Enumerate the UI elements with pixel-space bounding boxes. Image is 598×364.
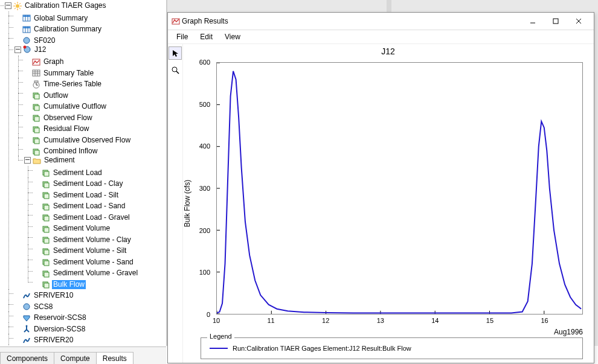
tree-item[interactable]: Calibration Summary [14,25,103,34]
tree-item-label: SFRIVER20 [33,336,74,345]
tree-item[interactable]: SFRIVER10 [14,291,74,300]
y-tick-label: 200 [199,227,210,234]
tree-item-label: J12 [33,45,47,54]
tree-item-label: Sediment Load - Gravel [52,213,131,222]
tree-item[interactable]: Sediment [24,156,76,165]
tree-item-label: Global Summary [33,14,89,23]
tree-item[interactable]: Sediment Load - Silt [34,191,120,200]
tree-item-label: Diversion-SCS8 [33,325,86,334]
stack-icon [42,180,50,188]
plot-area[interactable] [216,62,583,315]
tree-item[interactable]: Sediment Volume - Clay [34,235,132,244]
svg-rect-39 [34,139,39,144]
tree-item[interactable]: Cumulative Observed Flow [24,136,132,145]
tab-components[interactable]: Components [0,352,54,364]
tree-item[interactable]: Diversion-SCS8 [14,325,86,334]
junction-icon [22,302,31,311]
reservoir-icon [22,314,31,322]
graph-icon [32,58,40,66]
tree-item[interactable]: SF020 [14,36,56,45]
stack-icon [32,113,40,122]
svg-point-65 [26,325,28,327]
tree-item-label: Residual Flow [42,124,90,133]
tree-item[interactable]: Global Summary [14,14,89,23]
window-titlebar[interactable]: Graph Results [168,13,594,30]
y-ticks: 0100200300400500600 [182,62,214,315]
close-button[interactable] [567,14,590,28]
svg-rect-43 [44,171,49,176]
svg-rect-35 [34,117,39,121]
stack-icon [32,91,40,100]
tree-item-label: Sediment Volume - Gravel [52,269,139,278]
tree-item[interactable]: SCS8 [14,302,54,311]
maximize-button[interactable] [544,14,567,28]
x-axis-label: Aug1996 [554,328,583,336]
tree-item[interactable]: Time-Series Table [24,80,103,89]
tree-item[interactable]: Sediment Load [34,168,103,177]
tree-item[interactable]: Sediment Volume - Sand [34,258,135,267]
stack-icon [42,258,50,266]
svg-rect-29 [34,81,38,83]
menu-edit[interactable]: Edit [195,31,217,42]
tree-item[interactable]: Summary Table [24,69,95,78]
tree-item[interactable]: Sediment Load - Sand [34,202,126,211]
stack-icon [42,168,50,177]
tree-item[interactable]: Observed Flow [24,113,94,123]
grid-icon [32,69,40,77]
tree-item[interactable]: Sediment Volume - Silt [34,246,127,255]
x-tick-label: 13 [377,317,384,324]
stack-icon [42,202,50,211]
svg-rect-53 [44,228,49,232]
menu-file[interactable]: File [172,31,193,42]
tree-item[interactable]: SFRIVER20 [14,336,74,345]
tree-item-label: Cumulative Outflow [42,102,108,111]
tree-item-label: Observed Flow [42,113,94,123]
tree-item[interactable]: Sediment Volume - Gravel [34,269,139,278]
tab-strip: Components Compute Results [0,346,166,364]
plot-title: J12 [182,44,594,56]
tree-item[interactable]: Sediment Load - Gravel [34,213,131,222]
minimize-button[interactable] [521,14,544,28]
menu-view[interactable]: View [220,31,245,42]
y-tick-label: 0 [207,311,210,318]
tree-toggle-icon[interactable] [14,46,21,53]
legend-box: Legend Run:Calibration TIAER Gages Eleme… [201,337,583,359]
tree-item[interactable]: Graph [24,57,65,66]
tree-item[interactable]: Bulk Flow [34,280,86,289]
results-tree[interactable]: Calibration TIAER GagesGlobal SummaryCal… [0,0,166,346]
tree-item-label: Bulk Flow [52,280,86,289]
window-title: Graph Results [182,17,521,25]
x-tick-label: 10 [213,317,220,324]
x-tick-label: 11 [267,317,274,324]
tree-item-label: SCS8 [33,302,54,311]
tree-item[interactable]: Sediment Volume [34,224,111,233]
tree-item[interactable]: Outflow [24,91,69,100]
graph-results-window: Graph Results File Edit View J12 Bulk Fl… [167,12,594,363]
pointer-tool-button[interactable] [169,46,182,60]
tab-compute[interactable]: Compute [54,352,97,364]
y-tick-label: 300 [199,185,210,192]
tree-item[interactable]: Cumulative Outflow [24,102,108,111]
svg-rect-14 [23,27,30,28]
tree-item[interactable]: J12 [14,45,47,54]
tree-toggle-icon[interactable] [5,2,11,9]
stack-icon [42,247,50,255]
tree-root[interactable]: Calibration TIAER Gages [5,1,108,10]
tab-results[interactable]: Results [96,352,133,364]
reach-icon [22,336,31,345]
svg-line-6 [19,8,21,9]
svg-rect-31 [34,94,39,99]
tree-item-label: Sediment Volume - Clay [52,235,132,244]
svg-rect-49 [44,205,49,210]
tree-toggle-icon[interactable] [24,157,31,164]
tree-item[interactable]: Reservoir-SCS8 [14,313,88,322]
stack-icon [42,213,50,222]
tree-item[interactable]: Sediment Load - Clay [34,179,124,188]
svg-rect-47 [44,194,49,199]
svg-point-0 [16,4,19,8]
svg-rect-41 [34,150,39,155]
zoom-tool-button[interactable] [169,63,182,77]
tree-item[interactable]: Combined Inflow [24,147,98,156]
x-tick-label: 12 [322,317,329,324]
tree-item[interactable]: Residual Flow [24,124,90,133]
